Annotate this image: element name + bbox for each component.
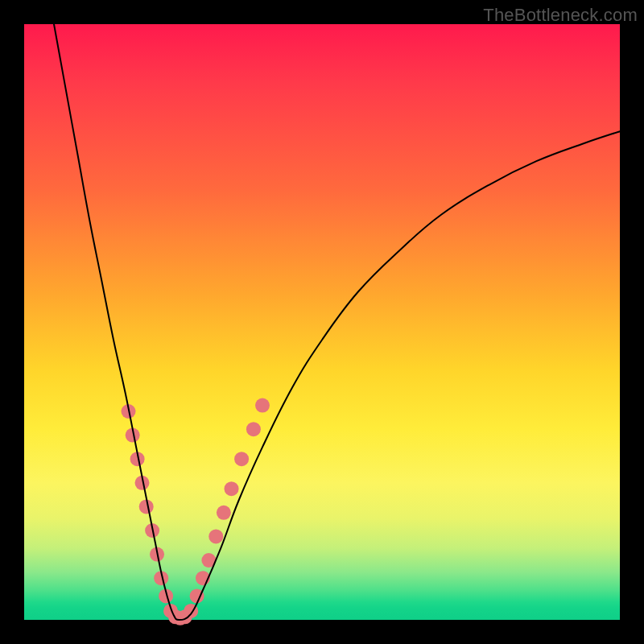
chart-overlay: [24, 24, 620, 620]
data-marker: [246, 422, 261, 436]
data-markers: [122, 398, 270, 625]
data-marker: [225, 481, 239, 496]
data-marker: [234, 452, 249, 466]
data-marker: [255, 398, 270, 413]
bottleneck-curve: [54, 24, 620, 620]
data-marker: [208, 529, 223, 543]
data-marker: [217, 506, 231, 520]
chart-canvas: TheBottleneck.com: [0, 0, 644, 644]
watermark-text: TheBottleneck.com: [483, 5, 638, 26]
